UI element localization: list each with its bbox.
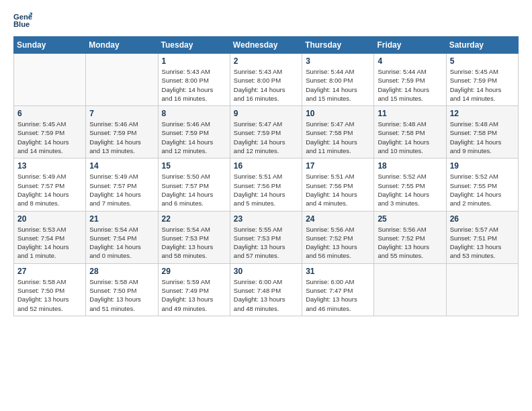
day-info: Sunrise: 5:48 AMSunset: 7:58 PMDaylight:…	[450, 120, 515, 155]
calendar-cell: 1Sunrise: 5:43 AMSunset: 8:00 PMDaylight…	[158, 54, 230, 106]
calendar-cell: 25Sunrise: 5:56 AMSunset: 7:52 PMDayligh…	[374, 211, 446, 263]
svg-text:Blue: Blue	[13, 20, 30, 28]
header: General Blue	[13, 11, 519, 30]
calendar-cell	[14, 54, 86, 106]
day-info: Sunrise: 5:52 AMSunset: 7:55 PMDaylight:…	[378, 172, 442, 208]
calendar-cell: 22Sunrise: 5:54 AMSunset: 7:53 PMDayligh…	[158, 211, 230, 263]
day-number: 10	[306, 109, 370, 118]
day-info: Sunrise: 5:46 AMSunset: 7:59 PMDaylight:…	[89, 120, 154, 155]
day-info: Sunrise: 5:58 AMSunset: 7:50 PMDaylight:…	[89, 277, 154, 313]
calendar-table: SundayMondayTuesdayWednesdayThursdayFrid…	[13, 36, 519, 316]
calendar-week-2: 6Sunrise: 5:45 AMSunset: 7:59 PMDaylight…	[14, 106, 519, 158]
calendar-cell: 20Sunrise: 5:53 AMSunset: 7:54 PMDayligh…	[14, 211, 86, 263]
calendar-cell: 31Sunrise: 6:00 AMSunset: 7:47 PMDayligh…	[302, 263, 374, 316]
day-info: Sunrise: 5:58 AMSunset: 7:50 PMDaylight:…	[17, 277, 82, 313]
calendar-cell: 28Sunrise: 5:58 AMSunset: 7:50 PMDayligh…	[86, 263, 158, 316]
day-number: 11	[378, 109, 442, 118]
svg-text:General: General	[13, 13, 32, 21]
day-number: 16	[234, 161, 298, 171]
calendar-cell: 27Sunrise: 5:58 AMSunset: 7:50 PMDayligh…	[14, 263, 86, 316]
day-info: Sunrise: 5:47 AMSunset: 7:59 PMDaylight:…	[234, 120, 298, 155]
day-info: Sunrise: 5:43 AMSunset: 8:00 PMDaylight:…	[234, 67, 298, 103]
day-info: Sunrise: 6:00 AMSunset: 7:47 PMDaylight:…	[306, 277, 370, 313]
day-number: 30	[234, 267, 298, 276]
day-number: 24	[306, 214, 370, 224]
day-number: 9	[234, 109, 298, 118]
day-info: Sunrise: 5:49 AMSunset: 7:57 PMDaylight:…	[17, 172, 82, 208]
logo: General Blue	[13, 11, 38, 30]
day-number: 8	[162, 109, 226, 118]
weekday-header-friday: Friday	[374, 37, 446, 54]
weekday-header-sunday: Sunday	[14, 37, 86, 54]
calendar-cell	[86, 54, 158, 106]
day-number: 12	[450, 109, 515, 118]
day-number: 28	[89, 267, 154, 276]
day-info: Sunrise: 5:44 AMSunset: 7:59 PMDaylight:…	[378, 67, 442, 103]
calendar-cell: 12Sunrise: 5:48 AMSunset: 7:58 PMDayligh…	[446, 106, 518, 158]
day-info: Sunrise: 5:45 AMSunset: 7:59 PMDaylight:…	[450, 67, 515, 103]
day-info: Sunrise: 5:59 AMSunset: 7:49 PMDaylight:…	[162, 277, 226, 313]
day-info: Sunrise: 5:47 AMSunset: 7:58 PMDaylight:…	[306, 120, 370, 155]
day-info: Sunrise: 5:56 AMSunset: 7:52 PMDaylight:…	[306, 225, 370, 261]
day-number: 1	[162, 56, 226, 66]
day-info: Sunrise: 5:55 AMSunset: 7:53 PMDaylight:…	[234, 225, 298, 261]
day-number: 29	[162, 267, 226, 276]
day-number: 5	[450, 56, 515, 66]
calendar-cell: 13Sunrise: 5:49 AMSunset: 7:57 PMDayligh…	[14, 158, 86, 211]
day-info: Sunrise: 5:50 AMSunset: 7:57 PMDaylight:…	[162, 172, 226, 208]
weekday-header-tuesday: Tuesday	[158, 37, 230, 54]
day-number: 27	[17, 267, 82, 276]
day-number: 19	[450, 161, 515, 171]
calendar-cell: 17Sunrise: 5:51 AMSunset: 7:56 PMDayligh…	[302, 158, 374, 211]
calendar-cell	[374, 263, 446, 316]
day-number: 20	[17, 214, 82, 224]
weekday-header-wednesday: Wednesday	[230, 37, 302, 54]
calendar-cell: 18Sunrise: 5:52 AMSunset: 7:55 PMDayligh…	[374, 158, 446, 211]
calendar-cell: 16Sunrise: 5:51 AMSunset: 7:56 PMDayligh…	[230, 158, 302, 211]
day-number: 4	[378, 56, 442, 66]
calendar-cell: 21Sunrise: 5:54 AMSunset: 7:54 PMDayligh…	[86, 211, 158, 263]
calendar-cell: 15Sunrise: 5:50 AMSunset: 7:57 PMDayligh…	[158, 158, 230, 211]
logo-icon: General Blue	[13, 11, 32, 30]
day-number: 31	[306, 267, 370, 276]
day-number: 25	[378, 214, 442, 224]
weekday-header-monday: Monday	[86, 37, 158, 54]
day-number: 2	[234, 56, 298, 66]
day-number: 22	[162, 214, 226, 224]
calendar-cell: 2Sunrise: 5:43 AMSunset: 8:00 PMDaylight…	[230, 54, 302, 106]
calendar-cell: 26Sunrise: 5:57 AMSunset: 7:51 PMDayligh…	[446, 211, 518, 263]
calendar-cell: 29Sunrise: 5:59 AMSunset: 7:49 PMDayligh…	[158, 263, 230, 316]
page: General Blue SundayMondayTuesdayWednesda…	[0, 0, 532, 330]
calendar-cell: 10Sunrise: 5:47 AMSunset: 7:58 PMDayligh…	[302, 106, 374, 158]
day-info: Sunrise: 5:51 AMSunset: 7:56 PMDaylight:…	[306, 172, 370, 208]
day-info: Sunrise: 5:53 AMSunset: 7:54 PMDaylight:…	[17, 225, 82, 261]
day-info: Sunrise: 5:57 AMSunset: 7:51 PMDaylight:…	[450, 225, 515, 261]
calendar-week-4: 20Sunrise: 5:53 AMSunset: 7:54 PMDayligh…	[14, 211, 519, 263]
day-info: Sunrise: 6:00 AMSunset: 7:48 PMDaylight:…	[234, 277, 298, 313]
day-number: 3	[306, 56, 370, 66]
weekday-header-row: SundayMondayTuesdayWednesdayThursdayFrid…	[14, 37, 519, 54]
calendar-cell: 14Sunrise: 5:49 AMSunset: 7:57 PMDayligh…	[86, 158, 158, 211]
calendar-cell: 30Sunrise: 6:00 AMSunset: 7:48 PMDayligh…	[230, 263, 302, 316]
calendar-week-5: 27Sunrise: 5:58 AMSunset: 7:50 PMDayligh…	[14, 263, 519, 316]
day-info: Sunrise: 5:48 AMSunset: 7:58 PMDaylight:…	[378, 120, 442, 155]
day-info: Sunrise: 5:44 AMSunset: 8:00 PMDaylight:…	[306, 67, 370, 103]
day-number: 18	[378, 161, 442, 171]
calendar-week-3: 13Sunrise: 5:49 AMSunset: 7:57 PMDayligh…	[14, 158, 519, 211]
day-info: Sunrise: 5:51 AMSunset: 7:56 PMDaylight:…	[234, 172, 298, 208]
calendar-cell: 3Sunrise: 5:44 AMSunset: 8:00 PMDaylight…	[302, 54, 374, 106]
day-number: 14	[89, 161, 154, 171]
day-info: Sunrise: 5:43 AMSunset: 8:00 PMDaylight:…	[162, 67, 226, 103]
day-number: 13	[17, 161, 82, 171]
calendar-cell: 5Sunrise: 5:45 AMSunset: 7:59 PMDaylight…	[446, 54, 518, 106]
calendar-cell	[446, 263, 518, 316]
day-number: 7	[89, 109, 154, 118]
calendar-cell: 9Sunrise: 5:47 AMSunset: 7:59 PMDaylight…	[230, 106, 302, 158]
weekday-header-thursday: Thursday	[302, 37, 374, 54]
day-number: 6	[17, 109, 82, 118]
day-info: Sunrise: 5:49 AMSunset: 7:57 PMDaylight:…	[89, 172, 154, 208]
day-info: Sunrise: 5:54 AMSunset: 7:54 PMDaylight:…	[89, 225, 154, 261]
calendar-cell: 4Sunrise: 5:44 AMSunset: 7:59 PMDaylight…	[374, 54, 446, 106]
day-number: 21	[89, 214, 154, 224]
calendar-cell: 24Sunrise: 5:56 AMSunset: 7:52 PMDayligh…	[302, 211, 374, 263]
